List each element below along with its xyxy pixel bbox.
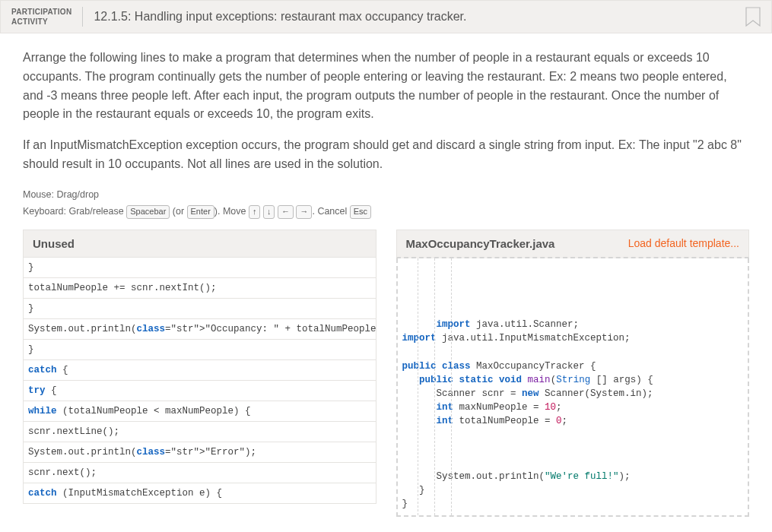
code-line[interactable]: catch { bbox=[24, 360, 376, 381]
unused-header: Unused bbox=[23, 230, 376, 258]
code-line[interactable]: System.out.println(class="str">"Error"); bbox=[24, 442, 376, 463]
code-line[interactable]: } bbox=[24, 258, 376, 278]
panels: Unused }totalNumPeople += scnr.nextInt()… bbox=[23, 230, 749, 517]
key-left: ← bbox=[278, 205, 294, 218]
key-up: ↑ bbox=[249, 205, 261, 218]
content-area: Arrange the following lines to make a pr… bbox=[0, 33, 772, 532]
code-line[interactable]: System.out.println(class="str">"Occupanc… bbox=[24, 319, 376, 340]
key-right: → bbox=[296, 205, 312, 218]
instructions-p2: If an InputMismatchException exception o… bbox=[23, 136, 749, 174]
activity-header: PARTICIPATION ACTIVITY 12.1.5: Handling … bbox=[0, 0, 772, 33]
instructions-p1: Arrange the following lines to make a pr… bbox=[23, 49, 749, 124]
code-line[interactable]: totalNumPeople += scnr.nextInt(); bbox=[24, 278, 376, 299]
code-line[interactable]: catch (InputMismatchException e) { bbox=[24, 483, 376, 504]
key-esc: Esc bbox=[350, 205, 371, 218]
unused-panel: Unused }totalNumPeople += scnr.nextInt()… bbox=[23, 230, 376, 517]
editor-filename: MaxOccupancyTracker.java bbox=[406, 237, 555, 250]
code-editor[interactable]: import java.util.Scanner; import java.ut… bbox=[396, 258, 750, 517]
editor-panel: MaxOccupancyTracker.java Load default te… bbox=[396, 230, 750, 517]
code-line[interactable]: scnr.nextLine(); bbox=[24, 422, 376, 442]
bookmark-icon[interactable] bbox=[745, 7, 761, 27]
activity-title: 12.1.5: Handling input exceptions: resta… bbox=[94, 10, 466, 24]
code-line[interactable]: } bbox=[24, 340, 376, 360]
load-template-link[interactable]: Load default template... bbox=[628, 237, 739, 249]
code-line[interactable]: while (totalNumPeople < maxNumPeople) { bbox=[24, 401, 376, 422]
activity-label: PARTICIPATION ACTIVITY bbox=[11, 7, 83, 27]
key-spacebar: Spacebar bbox=[126, 205, 170, 218]
key-down: ↓ bbox=[263, 205, 275, 218]
unused-list[interactable]: }totalNumPeople += scnr.nextInt();}Syste… bbox=[23, 258, 376, 504]
editor-header: MaxOccupancyTracker.java Load default te… bbox=[396, 230, 750, 258]
hint-mouse: Mouse: Drag/drop bbox=[23, 186, 749, 204]
code-line[interactable]: } bbox=[24, 299, 376, 319]
hint-keyboard: Keyboard: Grab/release Spacebar (or Ente… bbox=[23, 203, 749, 220]
input-hints: Mouse: Drag/drop Keyboard: Grab/release … bbox=[23, 186, 749, 220]
code-line[interactable]: try { bbox=[24, 381, 376, 401]
key-enter: Enter bbox=[187, 205, 214, 218]
code-line[interactable]: scnr.next(); bbox=[24, 463, 376, 483]
